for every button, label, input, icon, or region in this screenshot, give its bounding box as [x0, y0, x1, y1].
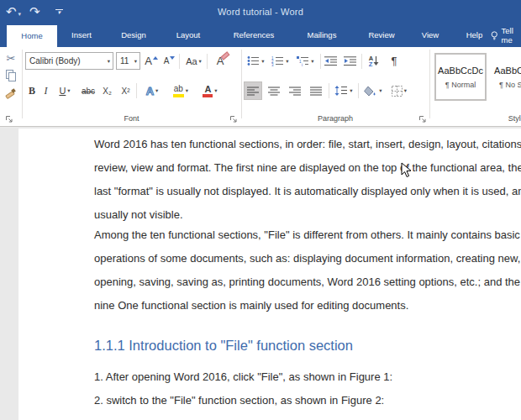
tab-mailings[interactable]: Mailings [302, 24, 342, 47]
body-text-line: review, view and format. The first nine … [94, 161, 521, 174]
font-name-dropdown-icon: ▾ [108, 58, 110, 65]
styles-group-label: Styles [429, 114, 521, 123]
body-text-line: operations of some documents, such as: d… [94, 252, 520, 265]
shrink-font-button[interactable]: A [161, 52, 177, 70]
eraser-icon [221, 51, 230, 60]
shrink-font-arrow-icon [170, 56, 175, 60]
highlight-color-bar [173, 94, 184, 97]
numbering-button[interactable]: 123 ▾ [269, 52, 292, 70]
body-text-line: Among the ten functional sections, "File… [94, 228, 520, 241]
ribbon-tab-row: Home Insert Design Layout References Mai… [0, 24, 521, 47]
show-hide-pilcrow-button[interactable]: ¶ [387, 52, 402, 70]
title-bar: ↶ ▾ ↷ ▾ Word tutorial - Word [0, 0, 521, 24]
align-left-button[interactable] [244, 81, 262, 100]
bold-button[interactable]: B [25, 81, 39, 100]
align-right-button[interactable] [286, 81, 304, 100]
font-color-dropdown-icon: ▾ [214, 87, 217, 94]
borders-dropdown-icon: ▾ [404, 87, 407, 94]
font-size-dropdown-icon: ▾ [134, 58, 137, 65]
sort-arrow-icon [373, 55, 379, 66]
copy-button[interactable] [4, 69, 18, 82]
tab-layout[interactable]: Layout [171, 24, 205, 47]
numbering-dropdown-icon: ▾ [286, 58, 288, 65]
style-no-spacing-name: ¶ No Spac [499, 81, 521, 89]
font-dialog-launcher[interactable] [229, 115, 238, 123]
highlight-dropdown-icon: ▾ [186, 87, 188, 94]
grow-font-button[interactable]: A [143, 52, 160, 70]
bullets-dropdown-icon: ▾ [261, 58, 264, 65]
window-title: Word tutorial - Word [0, 0, 521, 24]
font-name-value: Calibri (Body) [29, 56, 81, 66]
tab-tell-me[interactable]: Tell me [491, 24, 521, 47]
body-text-line: opening, saving, saving as, printing doc… [94, 276, 520, 288]
tab-help[interactable]: Help [463, 24, 486, 47]
increase-indent-button[interactable] [342, 52, 359, 70]
decrease-indent-icon [324, 56, 338, 66]
section-heading: 1.1.1 Introduction to "File" function se… [94, 338, 353, 354]
tab-design[interactable]: Design [117, 24, 150, 47]
word-window: ↶ ▾ ↷ ▾ Word tutorial - Word Home Insert… [0, 0, 521, 420]
tab-references[interactable]: References [228, 24, 280, 47]
sort-button[interactable]: A Z [364, 52, 384, 70]
multilevel-dropdown-icon: ▾ [311, 58, 313, 65]
style-normal[interactable]: AaBbCcDc ¶ Normal [434, 53, 487, 101]
line-spacing-dropdown-icon: ▾ [350, 87, 352, 94]
format-painter-button[interactable] [3, 86, 18, 101]
multilevel-list-icon: 1i [297, 55, 309, 66]
line-spacing-icon [334, 86, 348, 96]
align-right-icon [289, 87, 301, 96]
body-text-line: usually not visible. [94, 208, 183, 221]
change-case-dropdown-icon: ▾ [199, 58, 202, 65]
list-item: 2. switch to the "File" function section… [94, 394, 384, 407]
strikethrough-button[interactable]: abc [78, 81, 98, 100]
align-left-icon [247, 87, 259, 96]
shading-dropdown-icon: ▾ [379, 87, 382, 94]
italic-button[interactable]: I [40, 81, 51, 100]
underline-dropdown-icon: ▾ [67, 87, 70, 94]
justify-button[interactable] [307, 81, 325, 100]
font-size-combo[interactable]: 11 ▾ [116, 52, 140, 70]
bullets-icon [247, 55, 260, 66]
style-no-spacing[interactable]: AaBbCcDc ¶ No Spac [491, 53, 521, 101]
numbering-icon: 123 [271, 55, 284, 66]
underline-button[interactable]: U▾ [54, 81, 76, 100]
multilevel-list-button[interactable]: 1i ▾ [293, 52, 318, 70]
svg-text:i: i [302, 63, 303, 66]
subscript-button[interactable]: X₂ [98, 81, 116, 100]
cut-button[interactable]: ✂ [3, 50, 18, 66]
font-name-combo[interactable]: Calibri (Body) ▾ [25, 52, 113, 70]
borders-button[interactable]: ▾ [387, 81, 411, 100]
align-center-button[interactable] [265, 81, 283, 100]
superscript-button[interactable]: X² [117, 81, 134, 100]
style-normal-name: ¶ Normal [445, 81, 476, 89]
copy-icon [6, 70, 16, 81]
body-text-line: Word 2016 has ten functional sections, i… [94, 138, 521, 150]
change-case-button[interactable]: Aa▾ [182, 52, 205, 70]
style-normal-preview: AaBbCcDc [438, 66, 483, 76]
tab-insert[interactable]: Insert [67, 24, 96, 47]
paragraph-dialog-launcher[interactable] [418, 115, 427, 123]
font-color-button[interactable]: A ▾ [197, 81, 223, 100]
body-text-line: nine One functional section is mainly us… [94, 299, 408, 312]
paragraph-group-label: Paragraph [241, 114, 429, 123]
bullets-button[interactable]: ▾ [245, 52, 267, 70]
font-size-value: 11 [120, 56, 129, 66]
increase-indent-icon [344, 56, 357, 66]
clear-formatting-button[interactable]: A [210, 52, 230, 70]
text-effects-dropdown-icon: ▾ [155, 87, 158, 94]
tab-view[interactable]: View [418, 24, 442, 47]
borders-icon [392, 86, 403, 97]
mouse-cursor-icon [401, 162, 412, 178]
line-spacing-button[interactable]: ▾ [332, 81, 355, 100]
shading-button[interactable]: ▾ [361, 81, 385, 100]
decrease-indent-button[interactable] [323, 52, 339, 70]
font-group-label: Font [22, 114, 241, 123]
tab-home[interactable]: Home [7, 25, 57, 47]
highlight-color-button[interactable]: ab ▾ [167, 81, 194, 100]
tell-me-label: Tell me [502, 26, 521, 45]
align-center-icon [268, 87, 280, 96]
text-effects-button[interactable]: A▾ [140, 81, 164, 100]
tab-review[interactable]: Review [364, 24, 399, 47]
font-color-bar [203, 94, 213, 97]
clipboard-dialog-launcher[interactable] [5, 115, 13, 123]
